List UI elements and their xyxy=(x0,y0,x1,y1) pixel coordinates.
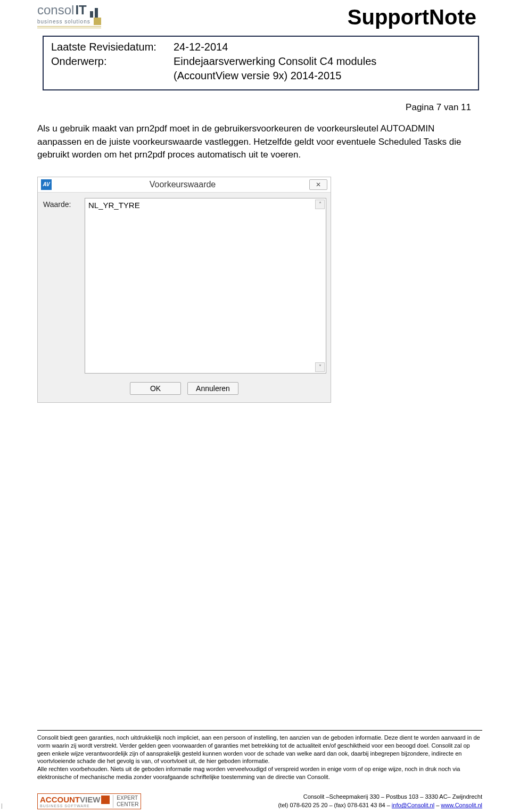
waarde-value: NL_YR_TYRE xyxy=(88,201,140,210)
meta-label-subject: Onderwerp: xyxy=(51,54,174,69)
scroll-up-button[interactable]: ˄ xyxy=(315,200,325,209)
contact-phones: (tel) 078-620 25 20 – (fax) 078-631 43 8… xyxy=(278,802,391,808)
disclaimer-p1: Consolit biedt geen garanties, noch uitd… xyxy=(37,734,482,765)
close-button[interactable]: ✕ xyxy=(309,179,327,190)
footer-disclaimer-block: Consolit biedt geen garanties, noch uitd… xyxy=(37,730,482,781)
contact-text: Consolit –Scheepmakerij 330 – Postbus 10… xyxy=(278,793,482,810)
logo-subtitle: business solutions xyxy=(37,18,101,28)
av-brand-2: VIEW xyxy=(80,795,100,804)
logo-square-icon xyxy=(94,18,101,25)
waarde-textarea[interactable]: NL_YR_TYRE ˄ ˅ xyxy=(85,198,326,374)
scroll-down-button[interactable]: ˅ xyxy=(315,362,325,372)
ok-button[interactable]: OK xyxy=(130,382,181,395)
contact-address: Consolit –Scheepmakerij 330 – Postbus 10… xyxy=(278,793,482,801)
meta-value-revision: 24-12-2014 xyxy=(174,40,228,54)
logo-text-bold: IT xyxy=(75,3,86,18)
disclaimer-p2: Alle rechten voorbehouden. Niets uit de … xyxy=(37,765,482,781)
body-paragraph: Als u gebruik maakt van prn2pdf moet in … xyxy=(37,122,474,162)
brand-logo: consolIT business solutions xyxy=(37,3,101,28)
app-av-icon: AV xyxy=(41,179,52,190)
page-edge-mark: | xyxy=(1,803,3,809)
field-label-waarde: Waarde: xyxy=(43,198,85,374)
expert-center-badge: EXPERT CENTER xyxy=(113,795,138,808)
page-number: Pagina 7 van 11 xyxy=(0,102,471,113)
close-icon: ✕ xyxy=(316,181,321,188)
footer-contact-bar: ACCOUNTVIEW BUSINESS SOFTWARE EXPERT CEN… xyxy=(37,793,482,810)
meta-value-subject: Eindejaarsverwerking Consolit C4 modules xyxy=(174,54,376,69)
dialog-voorkeurswaarde: AV Voorkeurswaarde ✕ Waarde: NL_YR_TYRE … xyxy=(37,177,331,403)
dialog-titlebar: AV Voorkeurswaarde ✕ xyxy=(38,177,331,193)
av-brand-1: ACCOUNT xyxy=(40,795,80,804)
contact-email-link[interactable]: info@Consolit.nl xyxy=(392,802,434,808)
chevron-up-icon: ˄ xyxy=(319,201,322,207)
av-brand-sub: BUSINESS SOFTWARE xyxy=(40,804,110,808)
contact-web-link[interactable]: www.Consolit.nl xyxy=(441,802,482,808)
chevron-down-icon: ˅ xyxy=(319,364,322,370)
logo-text: consol xyxy=(37,3,74,18)
meta-box: Laatste Revisiedatum: 24-12-2014 Onderwe… xyxy=(43,36,479,90)
av-square-icon xyxy=(101,796,110,804)
logo-marks-icon xyxy=(90,8,98,18)
accountview-logo: ACCOUNTVIEW BUSINESS SOFTWARE EXPERT CEN… xyxy=(37,793,141,809)
meta-value-subject-2: (AccountView versie 9x) 2014-2015 xyxy=(174,69,473,83)
cancel-button[interactable]: Annuleren xyxy=(187,382,238,395)
dialog-title: Voorkeurswaarde xyxy=(56,180,309,189)
footer-divider xyxy=(37,730,482,731)
meta-label-revision: Laatste Revisiedatum: xyxy=(51,40,174,54)
